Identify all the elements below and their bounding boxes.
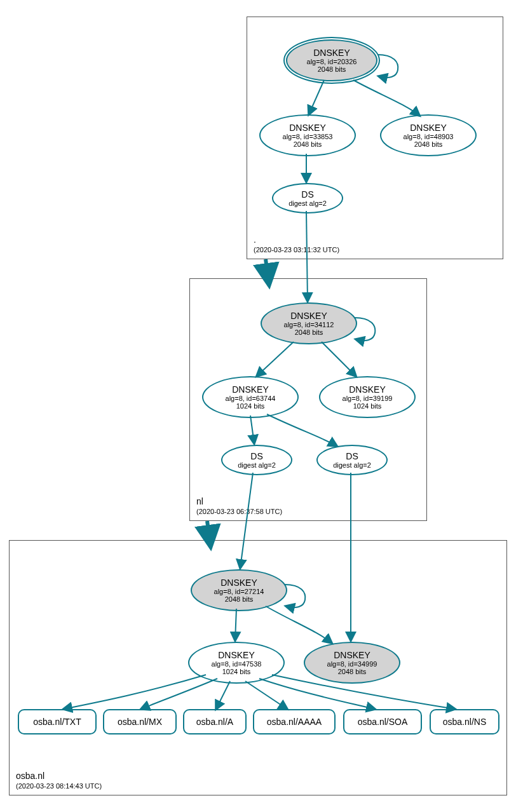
edges-svg [0, 0, 516, 13]
